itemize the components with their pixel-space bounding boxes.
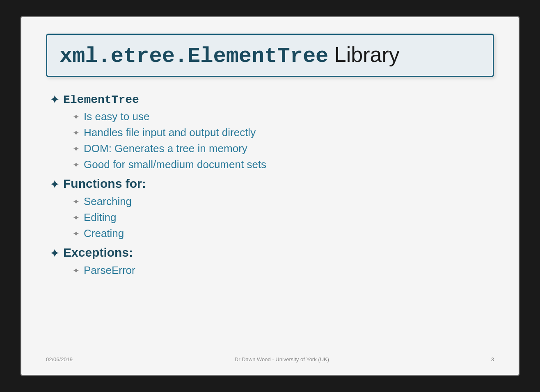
bullet-l2-good: ✦ Good for small/medium document sets bbox=[50, 158, 494, 171]
bullet-l2-easy: ✦ Is easy to use bbox=[50, 110, 494, 123]
footer-date: 02/06/2019 bbox=[46, 356, 73, 362]
item-dom-text: DOM: Generates a tree in memory bbox=[84, 142, 247, 155]
diamond-icon-l1-1: ✦ bbox=[50, 178, 59, 191]
diamond-icon-l2-1: ✦ bbox=[73, 128, 80, 138]
section-functions: ✦ Functions for: ✦ Searching ✦ Editing ✦… bbox=[50, 177, 494, 240]
diamond-icon-l2-4: ✦ bbox=[73, 197, 80, 207]
diamond-icon-l1-0: ✦ bbox=[50, 93, 59, 106]
diamond-icon-l2-5: ✦ bbox=[73, 213, 80, 223]
section-label-elementtree: ElementTree bbox=[63, 92, 139, 106]
footer-author: Dr Dawn Wood - University of York (UK) bbox=[235, 356, 329, 362]
bullet-l2-dom: ✦ DOM: Generates a tree in memory bbox=[50, 142, 494, 155]
slide-content: ✦ ElementTree ✦ Is easy to use ✦ Handles… bbox=[46, 92, 494, 350]
bullet-l2-parseerror: ✦ ParseError bbox=[50, 264, 494, 277]
title-code: xml.etree.ElementTree bbox=[59, 44, 328, 68]
section-element-tree: ✦ ElementTree ✦ Is easy to use ✦ Handles… bbox=[50, 92, 494, 171]
diamond-icon-l2-2: ✦ bbox=[73, 144, 80, 154]
slide-footer: 02/06/2019 Dr Dawn Wood - University of … bbox=[46, 350, 494, 362]
bullet-l2-file: ✦ Handles file input and output directly bbox=[50, 126, 494, 139]
title-box: xml.etree.ElementTree Library bbox=[46, 34, 494, 77]
bullet-l1-functions: ✦ Functions for: bbox=[50, 177, 494, 191]
diamond-icon-l2-0: ✦ bbox=[73, 112, 80, 122]
item-creating-text: Creating bbox=[84, 227, 124, 240]
section-exceptions: ✦ Exceptions: ✦ ParseError bbox=[50, 246, 494, 277]
diamond-icon-l2-6: ✦ bbox=[73, 229, 80, 239]
bullet-l2-searching: ✦ Searching bbox=[50, 195, 494, 208]
bullet-l2-editing: ✦ Editing bbox=[50, 211, 494, 224]
item-good-text: Good for small/medium document sets bbox=[84, 158, 266, 171]
item-parseerror-text: ParseError bbox=[84, 264, 135, 277]
section-label-exceptions: Exceptions: bbox=[63, 246, 133, 260]
bullet-l2-creating: ✦ Creating bbox=[50, 227, 494, 240]
slide: xml.etree.ElementTree Library ✦ ElementT… bbox=[21, 16, 519, 376]
slide-title: xml.etree.ElementTree Library bbox=[59, 42, 481, 68]
item-easy-text: Is easy to use bbox=[84, 110, 149, 123]
footer-page: 3 bbox=[491, 356, 494, 362]
title-regular: Library bbox=[328, 43, 399, 66]
item-searching-text: Searching bbox=[84, 195, 132, 208]
item-editing-text: Editing bbox=[84, 211, 117, 224]
diamond-icon-l2-7: ✦ bbox=[73, 266, 80, 276]
diamond-icon-l1-2: ✦ bbox=[50, 247, 59, 260]
diamond-icon-l2-3: ✦ bbox=[73, 160, 80, 170]
section-label-functions: Functions for: bbox=[63, 177, 146, 191]
item-file-text: Handles file input and output directly bbox=[84, 126, 256, 139]
bullet-l1-exceptions: ✦ Exceptions: bbox=[50, 246, 494, 260]
bullet-l1-elementtree: ✦ ElementTree bbox=[50, 92, 494, 106]
